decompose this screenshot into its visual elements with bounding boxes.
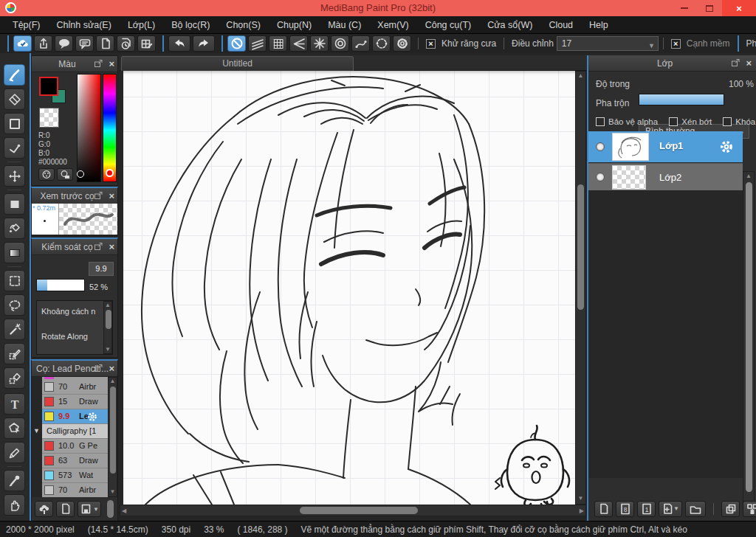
hue-slider[interactable] [103,74,117,182]
foreground-color-swatch[interactable] [39,77,58,96]
menu-cloud[interactable]: Cloud [540,16,581,34]
layers-scrollbar[interactable]: ▲ ▼ [743,171,755,513]
menu-layer[interactable]: Lớp(L) [120,16,163,34]
tool-bucket[interactable] [4,218,25,239]
menu-filter[interactable]: Bộ lọc(R) [163,16,218,34]
brush-row[interactable]: 70Airbr [42,380,108,395]
brush-list-scrollbar[interactable]: ▲ ▼ [108,377,117,497]
adjust-dropdown[interactable]: 17▼ [557,36,659,51]
snap-settings-button[interactable] [393,35,411,52]
popout-icon[interactable] [94,191,103,200]
canvas-vertical-scrollbar[interactable]: ▲ ▼ [575,71,586,505]
material-button[interactable] [137,35,156,52]
menu-help[interactable]: Help [581,16,616,34]
lock-checkbox[interactable]: Khóa [723,117,755,126]
popout-icon[interactable] [94,242,103,251]
close-panel-icon[interactable]: × [109,239,114,255]
brush-group-header[interactable]: Calligraphy [1 [42,424,108,439]
snap-concentric-button[interactable] [331,35,349,52]
popout-icon[interactable] [731,58,740,67]
snap-vanishing-button[interactable] [289,35,308,52]
hue-cursor[interactable] [106,169,114,177]
new-layer-button[interactable] [594,501,613,517]
brush-row[interactable]: 70Airbr [42,483,108,497]
brush-add-button[interactable] [56,501,75,517]
options-scrollbar[interactable]: ▲ ▼ [103,301,112,354]
brush-row[interactable]: 573Wat [42,468,108,483]
menu-window[interactable]: Cửa sổ(W) [479,16,540,34]
layer-folder-button[interactable] [685,501,706,517]
drawing-canvas[interactable] [123,71,575,505]
transparent-color-swatch[interactable] [39,108,59,128]
tool-select-lasso[interactable] [4,294,25,316]
snap-grid-button[interactable] [269,35,287,52]
alpha-lock-checkbox[interactable]: Bảo vệ alpha [596,117,658,126]
add-layer-button[interactable]: ▼ [659,501,682,517]
scroll-up-icon[interactable]: ▲ [104,302,111,309]
menu-select[interactable]: Chọn(S) [218,16,269,34]
snap-curve-button[interactable] [351,35,370,52]
close-button[interactable]: × [722,0,756,16]
brush-row[interactable]: 10.0G Pe [42,439,108,454]
undo-button[interactable] [168,35,190,52]
tool-eraser[interactable] [4,89,25,110]
layer-settings-gear-icon[interactable] [719,139,734,154]
tool-eyedropper[interactable] [4,470,25,491]
brush-row-selected[interactable]: 9.9Le [42,409,108,424]
snap-radial-button[interactable] [310,35,329,52]
menu-file[interactable]: Tệp(F) [4,16,49,34]
new-1bit-layer-button[interactable]: 1 [637,501,656,517]
menu-color[interactable]: Màu (C) [320,16,369,34]
scroll-down-icon[interactable]: ▼ [104,346,111,353]
tool-select-eraser[interactable] [4,367,25,389]
scroll-right-icon[interactable]: ▶ [580,507,584,515]
redo-button[interactable] [193,35,215,52]
tool-gradient[interactable] [4,242,25,263]
layer-visibility-toggle[interactable] [596,173,605,181]
brush-settings-gear-icon[interactable] [87,412,97,422]
soft-edge-checkbox[interactable]: × [671,39,681,49]
tool-select-pen[interactable] [4,343,25,364]
brush-save-button[interactable]: ▼ [78,501,101,517]
tool-shape[interactable] [4,113,25,134]
menu-snap[interactable]: Chụp(N) [269,16,320,34]
palette-button[interactable] [38,168,55,181]
close-panel-icon[interactable]: × [109,188,114,204]
sv-cursor[interactable] [77,170,84,178]
merge-layer-button[interactable] [743,501,756,517]
layer-row[interactable]: Lớp2 [588,163,743,190]
scroll-up-icon[interactable]: ▲ [743,172,754,181]
popout-icon[interactable] [94,59,103,68]
brush-size-slider[interactable] [36,279,85,291]
group-collapse-icon[interactable]: ▼ [33,427,40,434]
clipping-checkbox[interactable]: Xén bớt [669,117,712,126]
upload-button[interactable] [34,35,52,52]
comment-button[interactable] [55,35,73,52]
close-panel-icon[interactable]: × [109,361,114,377]
maximize-button[interactable] [697,0,722,16]
palette-edit-button[interactable] [57,168,73,181]
layer-visibility-toggle[interactable] [596,142,605,151]
history-button[interactable] [117,35,135,52]
document-button[interactable] [96,35,114,52]
snap-ellipse-button[interactable] [372,35,391,52]
tool-fill-rect[interactable] [4,193,25,215]
tool-shape-select[interactable] [4,418,25,439]
close-panel-icon[interactable]: × [746,55,752,72]
tool-polyline[interactable] [4,137,25,159]
antialias-checkbox[interactable]: × [426,39,436,49]
layer-row-selected[interactable]: Lớp1 [588,131,743,162]
tool-magic-wand[interactable] [4,319,25,340]
brush-row[interactable]: 63Draw [42,454,108,468]
scroll-up-icon[interactable]: ▲ [576,72,585,80]
tool-select-rect[interactable] [4,270,25,291]
menu-view[interactable]: Xem(V) [369,16,416,34]
new-8bit-layer-button[interactable]: 8 [616,501,634,517]
tool-brush[interactable] [4,64,25,86]
close-panel-icon[interactable]: × [109,56,114,72]
tool-text[interactable]: T [4,393,25,415]
brush-cloud-download-button[interactable] [35,501,53,517]
comment-list-button[interactable] [75,35,94,52]
layer-opacity-slider[interactable] [639,94,724,105]
menu-edit[interactable]: Chỉnh sửa(E) [49,16,120,34]
